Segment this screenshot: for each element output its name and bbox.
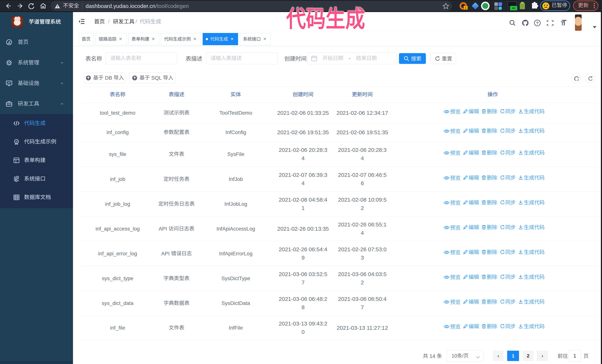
svg-text:?: ? [536, 21, 538, 25]
